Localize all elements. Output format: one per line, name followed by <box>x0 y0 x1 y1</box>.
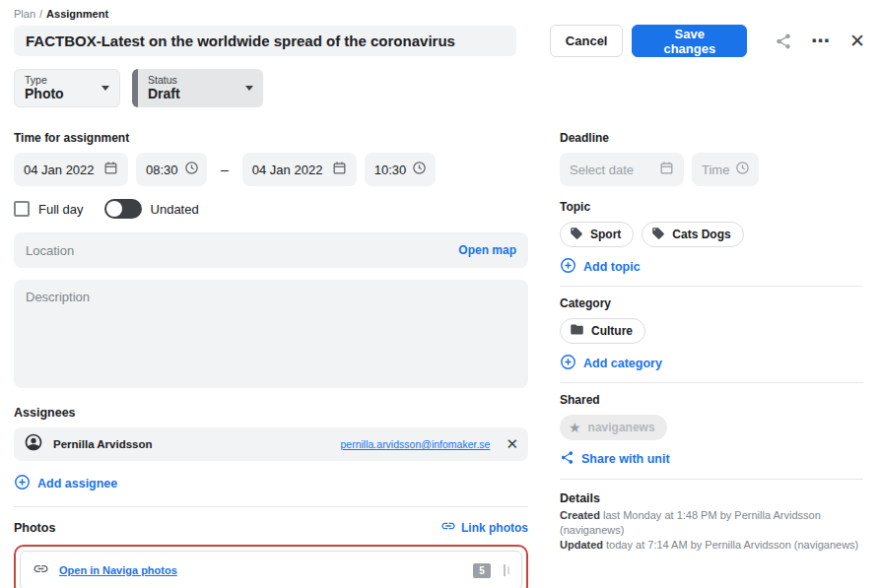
clock-icon <box>178 161 199 178</box>
clock-icon <box>729 161 750 178</box>
share-with-unit-button[interactable]: Share with unit <box>560 450 670 468</box>
calendar-icon <box>98 161 118 178</box>
section-divider <box>560 286 863 287</box>
location-field: Open map <box>14 232 528 268</box>
topic-tags: Sport Cats Dogs <box>560 222 863 247</box>
section-divider <box>560 382 863 383</box>
status-dropdown[interactable]: Status Draft <box>132 69 263 107</box>
status-dropdown-label: Status <box>148 74 239 86</box>
assignee-row: Pernilla Arvidsson pernilla.arvidsson@in… <box>14 427 528 461</box>
link-icon <box>440 518 456 537</box>
start-time-button[interactable]: 08:30 <box>136 153 207 186</box>
location-input[interactable] <box>26 243 458 258</box>
updated-label: Updated <box>560 539 603 551</box>
shared-units: ★ naviganews <box>560 415 863 440</box>
time-range-separator: – <box>221 162 229 177</box>
chevron-down-icon <box>101 86 109 91</box>
created-line: Created last Monday at 1:48 PM by Pernil… <box>560 508 863 538</box>
remove-assignee-icon[interactable]: ✕ <box>506 437 518 451</box>
plus-circle-icon <box>14 474 31 493</box>
add-category-button[interactable]: Add category <box>560 354 662 373</box>
link-photos-button[interactable]: Link photos <box>440 518 528 537</box>
linked-photos-card: Open in Naviga photos 5 <box>20 551 522 588</box>
left-column: Time for assignment 04 Jan 2022 08:30 – <box>14 107 528 588</box>
type-dropdown-label: Type <box>25 74 96 86</box>
chevron-down-icon <box>245 86 253 91</box>
time-section-label: Time for assignment <box>14 131 528 145</box>
top-bar-icons: ⋯ ✕ <box>775 33 865 50</box>
type-dropdown[interactable]: Type Photo <box>14 69 120 107</box>
close-icon[interactable]: ✕ <box>849 33 865 50</box>
assignment-editor: Plan / Assignment FACTBOX-Latest on the … <box>0 0 879 588</box>
photo-count-badge: 5 <box>473 563 491 578</box>
assignee-email-link[interactable]: pernilla.arvidsson@infomaker.se <box>341 438 491 450</box>
updated-line: Updated today at 7:14 AM by Pernilla Arv… <box>560 538 863 553</box>
deadline-row: Select date Time <box>560 153 863 186</box>
section-divider <box>560 479 863 480</box>
type-dropdown-value: Photo <box>25 86 96 101</box>
category-tag-culture[interactable]: Culture <box>560 318 645 344</box>
calendar-icon <box>326 161 347 178</box>
created-label: Created <box>560 509 600 521</box>
undated-toggle[interactable] <box>104 199 142 219</box>
open-naviga-photos-link[interactable]: Open in Naviga photos <box>59 564 177 576</box>
tag-icon <box>651 227 665 243</box>
highlight-annotation: Open in Naviga photos 5 <box>14 545 528 588</box>
shared-unit-naviganews: ★ naviganews <box>560 415 667 440</box>
open-map-link[interactable]: Open map <box>458 243 516 257</box>
assignee-name: Pernilla Arvidsson <box>53 438 331 450</box>
photos-label: Photos <box>14 521 55 535</box>
updated-text: today at 7:14 AM by Pernilla Arvidsson (… <box>606 539 858 551</box>
topic-tag-sport[interactable]: Sport <box>560 222 634 247</box>
category-label: Category <box>560 296 863 310</box>
assignment-title-field[interactable]: FACTBOX-Latest on the worldwide spread o… <box>14 26 516 56</box>
plus-circle-icon <box>560 354 576 373</box>
share-icon[interactable] <box>775 33 792 50</box>
shared-label: Shared <box>560 393 863 407</box>
breadcrumb-assignment: Assignment <box>46 8 108 20</box>
assignment-title: FACTBOX-Latest on the worldwide spread o… <box>26 33 455 49</box>
cancel-button[interactable]: Cancel <box>550 25 624 57</box>
add-topic-button[interactable]: Add topic <box>560 257 641 277</box>
deadline-date-button[interactable]: Select date <box>560 153 684 186</box>
end-date-button[interactable]: 04 Jan 2022 <box>242 153 357 186</box>
clock-icon <box>406 161 427 178</box>
section-divider <box>14 506 528 507</box>
full-day-label: Full day <box>38 202 84 217</box>
undated-label: Undated <box>151 202 199 217</box>
photo-stack-icon <box>504 564 509 576</box>
description-input[interactable] <box>26 290 516 378</box>
avatar-icon <box>24 432 43 456</box>
breadcrumb: Plan / Assignment <box>14 8 865 20</box>
star-icon: ★ <box>569 422 581 433</box>
folder-icon <box>570 322 584 340</box>
dropdown-row: Type Photo Status Draft <box>14 69 865 107</box>
breadcrumb-separator: / <box>39 8 42 20</box>
deadline-label: Deadline <box>560 131 863 145</box>
breadcrumb-plan[interactable]: Plan <box>14 8 35 20</box>
full-day-checkbox[interactable] <box>14 201 30 217</box>
fullday-row: Full day Undated <box>14 199 528 219</box>
deadline-time-button[interactable]: Time <box>692 153 759 186</box>
time-row: 04 Jan 2022 08:30 – 04 Jan 2022 <box>14 153 528 186</box>
tag-icon <box>570 227 583 243</box>
start-date-button[interactable]: 04 Jan 2022 <box>14 153 128 186</box>
top-bar: FACTBOX-Latest on the worldwide spread o… <box>14 25 865 57</box>
share-icon <box>560 450 575 468</box>
assignees-label: Assignees <box>14 406 528 420</box>
link-icon <box>33 560 49 581</box>
plus-circle-icon <box>560 257 576 277</box>
photos-header-row: Photos Link photos <box>14 518 528 537</box>
status-dropdown-value: Draft <box>148 86 239 101</box>
category-tags: Culture <box>560 318 863 344</box>
description-field <box>14 280 528 388</box>
topic-label: Topic <box>560 200 863 214</box>
more-options-icon[interactable]: ⋯ <box>811 34 831 48</box>
right-column: Deadline Select date Time Topic <box>560 107 863 588</box>
save-changes-button[interactable]: Save changes <box>632 25 747 57</box>
calendar-icon <box>653 161 674 178</box>
topic-tag-cats-dogs[interactable]: Cats Dogs <box>642 222 743 247</box>
end-time-button[interactable]: 10:30 <box>365 153 436 186</box>
add-assignee-button[interactable]: Add assignee <box>14 474 117 493</box>
details-label: Details <box>560 491 863 505</box>
